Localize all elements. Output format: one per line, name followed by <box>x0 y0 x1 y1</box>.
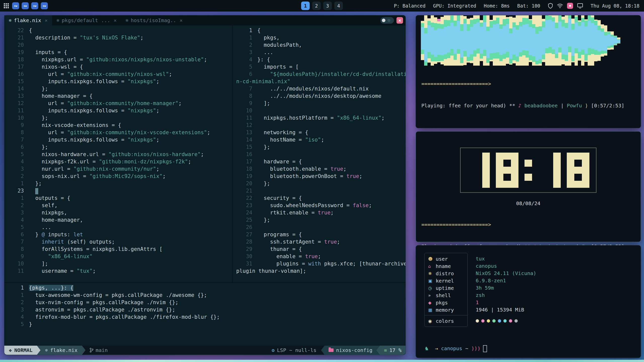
line-number: 8 <box>8 246 29 253</box>
tab-close-icon[interactable]: × <box>45 18 48 23</box>
workspace-box-4[interactable]: 4 <box>334 2 343 10</box>
fetch-label: distro <box>436 270 454 277</box>
code-text: tux-nvim-config = pkgs.callPackage ./nvi… <box>29 299 178 306</box>
code-text: self, <box>29 202 58 209</box>
text-segment: "nixpkgs" <box>128 78 156 84</box>
code-line: 23 <box>4 187 232 195</box>
visualizer-column <box>509 15 512 66</box>
line-number: 8 <box>236 93 257 100</box>
tab-flake-nix[interactable]: ❄flake.nix× <box>4 15 52 25</box>
code-line: 1 tux-awesome-wm-config = pkgs.callPacka… <box>4 292 406 299</box>
fetch-terminal[interactable]: ☻user⌂hname❄distro▣kernel◷uptime»shell◆p… <box>416 245 641 358</box>
fetch-label-box: ☻user⌂hname❄distro▣kernel◷uptime»shell◆p… <box>424 253 468 327</box>
text-segment: bluetooth.powerOnBoot = <box>257 173 346 179</box>
taglist-icon[interactable]: sw <box>31 2 38 9</box>
text-segment: with <box>308 261 321 267</box>
line-number: 16 <box>8 71 29 78</box>
apps-grid-icon[interactable] <box>4 3 9 9</box>
taglist-icon[interactable]: sw <box>41 2 48 9</box>
text-segment: inherit <box>42 239 64 245</box>
visualizer-column <box>457 15 460 66</box>
text-segment: "nixpkgs" <box>128 108 156 114</box>
text-segment: "x86_64-linux" <box>48 253 93 259</box>
code-line: 17 hardware = { <box>233 158 406 165</box>
text-segment: ; <box>178 100 182 106</box>
tab-label: flake.nix <box>14 17 41 23</box>
workspace-box-3[interactable]: 3 <box>323 2 332 10</box>
text-segment: url = <box>29 129 67 135</box>
visualizer-terminal[interactable]: ======================> Playing: ffee fo… <box>416 15 641 128</box>
workspace-box-2[interactable]: 2 <box>312 2 321 10</box>
visualizer-column <box>476 15 480 66</box>
text-segment: inputs.nixpkgs.follows = <box>29 78 128 84</box>
code-line: 2 tux-nvim-config = pkgs.callPackage ./n… <box>4 299 406 306</box>
flake-nix-buffer[interactable]: 22{21 description = "tux's NixOS Flake";… <box>4 25 232 282</box>
code-text: { <box>257 27 261 34</box>
line-number: 2 <box>8 173 29 180</box>
code-text: }; <box>29 144 48 151</box>
workspace-box-1[interactable]: 1 <box>301 2 310 10</box>
iso-config-buffer[interactable]: 1{1 pkgs,2 modulesPath,3 ...4}: {5 impor… <box>233 25 406 282</box>
code-text: plugin thunar-volman]; <box>236 267 306 275</box>
display-icon[interactable] <box>577 3 583 9</box>
taglist-icon[interactable]: sw <box>12 2 19 9</box>
visualizer-column <box>463 15 467 66</box>
line-number: 20 <box>236 180 257 187</box>
tab-close-icon[interactable]: × <box>114 18 116 23</box>
lsp-indicator: ⚙LSP ~ null-ls <box>267 346 321 355</box>
shell-icon: » <box>428 293 436 298</box>
fetch-value: 6.9.8-zen1 <box>476 277 536 284</box>
code-text: } @ inputs: let <box>29 231 83 238</box>
line-number: 31 <box>236 260 257 267</box>
code-line: 3 nixpkgs, <box>4 209 232 216</box>
text-segment: true <box>346 173 359 179</box>
line-number: 16 <box>236 151 257 158</box>
text-segment: "iso" <box>305 137 321 143</box>
text-segment: ; <box>140 35 144 41</box>
code-line: 20 }; <box>233 180 406 187</box>
text-segment: }; <box>257 144 270 150</box>
window-close-button[interactable]: × <box>396 17 403 24</box>
line-number: 23 <box>8 187 29 195</box>
shell-prompt[interactable]: ♞ → canopus ~ ))) <box>416 345 641 358</box>
tab-hosts-isoimag-[interactable]: ❄hosts/isoImag..× <box>121 15 187 25</box>
line-number: 5 <box>236 63 257 71</box>
line-number: 10 <box>236 107 257 114</box>
text-segment: ; <box>93 268 96 274</box>
fetch-values: tuxcanopusNixOS 24.11 (Vicuna)6.9.8-zen1… <box>476 253 536 345</box>
editor-window[interactable]: ❄flake.nix×❄pkgs/default ...×❄hosts/isoI… <box>4 15 406 355</box>
code-line: 31 plugins = with pkgs.xfce; [thunar-arc… <box>233 260 406 267</box>
code-text: nixpkgs-f2k.url = "github:moni-dz/nixpkg… <box>29 158 191 165</box>
pkgs-default-buffer[interactable]: 1{pkgs, ...}: {1 tux-awesome-wm-config =… <box>4 283 406 346</box>
visualizer-column <box>558 15 561 66</box>
visualizer-column <box>529 15 532 66</box>
clock-terminal[interactable]: 08/08/24 ======================> Playing… <box>416 131 641 242</box>
clock-digit <box>538 153 561 188</box>
tab-close-icon[interactable]: × <box>180 18 182 23</box>
text-segment: inputs = { <box>29 49 67 55</box>
fetch-label: kernel <box>436 278 454 284</box>
tab-pkgs-default-[interactable]: ❄pkgs/default ...× <box>52 15 121 25</box>
code-line: 4 nixpkgs-f2k.url = "github:moni-dz/nixp… <box>4 158 232 165</box>
line-number: 6 <box>8 231 29 238</box>
text-segment: pkgs, <box>257 35 280 41</box>
code-text <box>29 187 38 195</box>
code-text: }; <box>257 144 270 151</box>
window-toggle[interactable] <box>380 17 394 24</box>
code-line: 5 ... <box>4 224 232 231</box>
line-number: 1 <box>8 292 29 299</box>
visualizer-column <box>444 15 447 66</box>
text-segment: hostName = <box>257 137 305 143</box>
text-segment: ; <box>156 166 159 172</box>
text-segment: }; <box>257 217 270 223</box>
text-segment: nur.url = <box>29 166 73 172</box>
taglist-icon[interactable]: sw <box>22 2 29 9</box>
text-segment: } <box>29 321 32 327</box>
visualizer-column <box>499 15 503 66</box>
code-line: n-cd-minimal.nix" <box>233 78 406 85</box>
recorder-icon[interactable] <box>567 3 573 9</box>
line-number: 9 <box>236 100 257 107</box>
text-segment: Powfu <box>567 103 582 109</box>
line-number: 10 <box>8 114 29 122</box>
fetch-row: ☻user <box>425 255 467 262</box>
